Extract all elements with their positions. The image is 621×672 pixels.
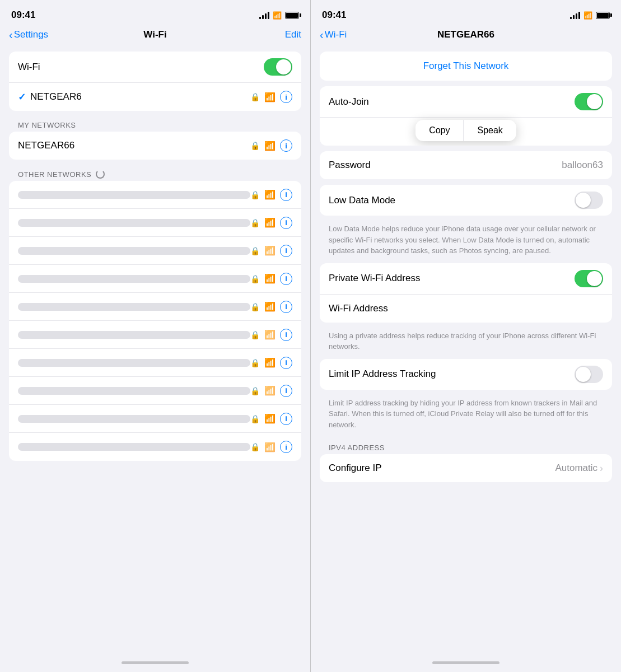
other-network-row-0[interactable]: 🔒 📶 i [9, 181, 301, 209]
limit-ip-description: Limit IP address tracking by hiding your… [320, 395, 612, 437]
loading-spinner [96, 170, 105, 179]
wifi-icon-other-8: 📶 [264, 413, 276, 424]
lock-icon-other-7: 🔒 [250, 386, 260, 395]
wifi-content: Wi-Fi ✓ NETGEAR6 🔒 📶 i MY NE [0, 47, 310, 653]
other-network-name-blur-6 [18, 359, 250, 367]
lock-icon-other-3: 🔒 [250, 274, 260, 283]
forget-network-button[interactable]: Forget This Network [320, 52, 612, 81]
info-btn-other-2[interactable]: i [280, 245, 292, 257]
other-network-row-6[interactable]: 🔒 📶 i [9, 349, 301, 377]
other-network-name-blur-5 [18, 331, 250, 339]
battery-icon [285, 12, 299, 19]
configure-ip-card: Configure IP Automatic › [320, 454, 612, 482]
lock-icon-other-8: 🔒 [250, 414, 260, 423]
limit-ip-toggle[interactable] [575, 366, 603, 383]
lock-icon-other-1: 🔒 [250, 218, 260, 227]
info-btn-other-1[interactable]: i [280, 217, 292, 229]
forget-network-card: Forget This Network [320, 52, 612, 81]
low-data-mode-card: Low Data Mode [320, 185, 612, 216]
other-network-icons-9: 🔒 📶 i [250, 441, 292, 453]
other-network-row-2[interactable]: 🔒 📶 i [9, 237, 301, 265]
tooltip-popup: Copy Speak [415, 120, 516, 141]
other-network-name-blur-3 [18, 275, 250, 283]
my-network-name-0: NETGEAR66 [18, 140, 250, 151]
other-network-row-7[interactable]: 🔒 📶 i [9, 377, 301, 405]
info-btn-other-5[interactable]: i [280, 329, 292, 341]
private-wifi-label: Private Wi-Fi Address [329, 273, 575, 284]
info-btn-other-9[interactable]: i [280, 441, 292, 453]
back-button-left[interactable]: ‹ Settings [9, 29, 48, 40]
configure-ip-row[interactable]: Configure IP Automatic › [320, 454, 612, 482]
auto-join-toggle[interactable] [575, 93, 603, 110]
lock-icon-other-0: 🔒 [250, 190, 260, 199]
info-btn-other-3[interactable]: i [280, 273, 292, 285]
signal-icon-right [570, 11, 580, 19]
password-card: Password balloon63 [320, 151, 612, 179]
time-right: 09:41 [322, 10, 346, 21]
other-network-row-1[interactable]: 🔒 📶 i [9, 209, 301, 237]
connected-network-row[interactable]: ✓ NETGEAR6 🔒 📶 i [9, 83, 301, 111]
lock-icon-other-5: 🔒 [250, 330, 260, 339]
other-network-row-9[interactable]: 🔒 📶 i [9, 433, 301, 461]
wifi-icon-other-9: 📶 [264, 442, 276, 452]
other-network-row-4[interactable]: 🔒 📶 i [9, 293, 301, 321]
other-network-row-3[interactable]: 🔒 📶 i [9, 265, 301, 293]
wifi-toggle-row: Wi-Fi [9, 52, 301, 83]
wifi-icon-other-7: 📶 [264, 385, 276, 396]
network-detail-content: Forget This Network Auto-Join Copy Speak [311, 47, 621, 653]
wifi-address-row[interactable]: Wi-Fi Address [320, 295, 612, 323]
wifi-icon-other-2: 📶 [264, 245, 276, 256]
private-wifi-row: Private Wi-Fi Address [320, 263, 612, 295]
other-network-row-5[interactable]: 🔒 📶 i [9, 321, 301, 349]
my-networks-label: MY NETWORKS [18, 121, 76, 129]
configure-ip-value: Automatic [555, 463, 597, 474]
forget-network-label: Forget This Network [423, 60, 509, 72]
other-networks-card: 🔒 📶 i 🔒 📶 i 🔒 [9, 181, 301, 461]
wifi-strength-icon-1: 📶 [264, 92, 276, 102]
wifi-icon-other-6: 📶 [264, 357, 276, 368]
back-button-right[interactable]: ‹ Wi-Fi [320, 29, 347, 40]
other-network-name-blur-7 [18, 387, 250, 395]
info-btn-my-0[interactable]: i [280, 139, 292, 152]
low-data-mode-toggle[interactable] [575, 192, 603, 209]
other-network-icons-6: 🔒 📶 i [250, 357, 292, 369]
low-data-mode-label: Low Data Mode [329, 195, 575, 206]
private-wifi-card: Private Wi-Fi Address Wi-Fi Address [320, 263, 612, 323]
connected-network-name: NETGEAR6 [30, 91, 250, 102]
nav-title-right: NETGEAR66 [437, 29, 494, 40]
wifi-toggle-card: Wi-Fi ✓ NETGEAR6 🔒 📶 i [9, 52, 301, 111]
info-btn-other-7[interactable]: i [280, 385, 292, 397]
edit-button[interactable]: Edit [285, 29, 301, 40]
my-networks-card: NETGEAR66 🔒 📶 i [9, 132, 301, 160]
info-button-1[interactable]: i [280, 91, 292, 103]
copy-button[interactable]: Copy [415, 120, 463, 141]
my-network-row-0[interactable]: NETGEAR66 🔒 📶 i [9, 132, 301, 160]
wifi-address-description: Using a private address helps reduce tra… [320, 328, 612, 359]
wifi-toggle-label: Wi-Fi [18, 62, 264, 73]
other-networks-section-label: OTHER NETWORKS [9, 165, 301, 181]
wifi-settings-panel: 09:41 📶 ‹ Settings Wi-Fi Edi [0, 0, 311, 672]
wifi-icon-my-0: 📶 [264, 141, 276, 151]
wifi-icon-other-1: 📶 [264, 217, 276, 228]
other-network-icons-2: 🔒 📶 i [250, 245, 292, 257]
password-row[interactable]: Password balloon63 [320, 151, 612, 179]
private-wifi-toggle[interactable] [575, 270, 603, 287]
low-data-mode-row: Low Data Mode [320, 185, 612, 216]
speak-button[interactable]: Speak [464, 120, 516, 141]
wifi-icon-other-5: 📶 [264, 329, 276, 340]
info-btn-other-6[interactable]: i [280, 357, 292, 369]
time-left: 09:41 [11, 10, 35, 21]
back-label-left: Settings [14, 29, 48, 40]
chevron-left-icon-right: ‹ [320, 29, 324, 40]
other-network-row-8[interactable]: 🔒 📶 i [9, 405, 301, 433]
info-btn-other-0[interactable]: i [280, 189, 292, 201]
lock-icon-other-6: 🔒 [250, 358, 260, 367]
info-btn-other-8[interactable]: i [280, 413, 292, 425]
other-network-name-blur-1 [18, 219, 250, 227]
low-data-mode-description: Low Data Mode helps reduce your iPhone d… [320, 221, 612, 263]
home-bar-right [432, 661, 499, 664]
limit-ip-card: Limit IP Address Tracking [320, 359, 612, 390]
wifi-toggle[interactable] [264, 58, 292, 76]
info-btn-other-4[interactable]: i [280, 301, 292, 313]
lock-icon-1: 🔒 [250, 92, 260, 101]
